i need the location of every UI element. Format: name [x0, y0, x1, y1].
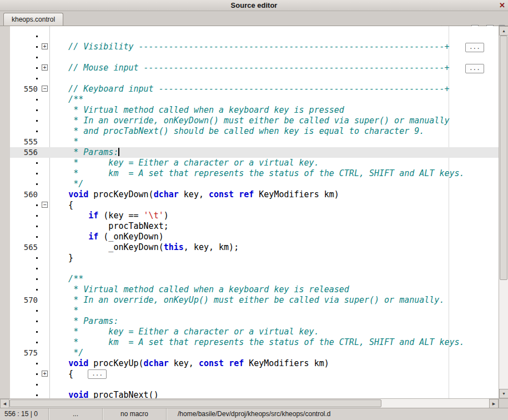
editor-line[interactable]	[10, 52, 499, 63]
line-dot-icon	[36, 57, 38, 58]
line-dot-icon	[36, 67, 38, 69]
fold-ellipsis[interactable]: ...	[465, 43, 484, 52]
gutter-line-dot[interactable]	[10, 63, 40, 73]
gutter-line-number[interactable]: 565	[10, 242, 40, 253]
gutter-line-dot[interactable]	[10, 253, 40, 263]
editor-line[interactable]: *	[10, 306, 499, 316]
editor-line[interactable]: if (key == '\t')	[10, 211, 499, 221]
line-dot-icon	[36, 310, 38, 312]
gutter-line-dot[interactable]	[10, 232, 40, 242]
editor-line[interactable]: * km = A set that represents the status …	[10, 337, 499, 348]
editor-line[interactable]	[10, 263, 499, 274]
editor-line[interactable]: /**	[10, 274, 499, 284]
editor-line[interactable]: procTabNext;	[10, 221, 499, 232]
gutter-line-dot[interactable]	[10, 42, 40, 52]
tab-kheops-control[interactable]: kheops.control	[3, 13, 63, 26]
editor-line[interactable]: 550− // Keyboard input -----------------…	[10, 84, 499, 94]
editor-line-current[interactable]: 556 * Params:	[10, 147, 499, 158]
gutter-line-dot[interactable]	[10, 105, 40, 116]
line-dot-icon	[36, 321, 38, 322]
editor-line[interactable]: }	[10, 253, 499, 263]
window-close-icon[interactable]: ✕	[499, 0, 505, 11]
gutter-line-number[interactable]: 555	[10, 137, 40, 147]
gutter-line-dot[interactable]	[10, 211, 40, 221]
gutter-line-dot[interactable]	[10, 200, 40, 211]
editor-line[interactable]	[10, 73, 499, 84]
editor-line[interactable]: /**	[10, 94, 499, 105]
code-editor[interactable]: + // Visibility ------------------------…	[10, 26, 499, 398]
fold-collapse-icon[interactable]: −	[42, 86, 48, 92]
gutter-line-dot[interactable]	[10, 158, 40, 168]
fold-expand-icon[interactable]: +	[42, 64, 48, 71]
editor-line[interactable]	[10, 31, 499, 42]
editor-line[interactable]: * km = A set that represents the status …	[10, 168, 499, 179]
gutter-line-number[interactable]: 570	[10, 295, 40, 306]
status-bar: 556 : 15 | 0 ... no macro /home/basile/D…	[0, 408, 508, 420]
gutter-line-number[interactable]: 560	[10, 189, 40, 200]
editor-line[interactable]: 565 _onKeyDown(this, key, km);	[10, 242, 499, 253]
gutter-line-dot[interactable]	[10, 31, 40, 42]
editor-line[interactable]: void procTabNext()	[10, 390, 499, 398]
editor-line[interactable]: void procKeyUp(dchar key, const ref KeyM…	[10, 358, 499, 369]
horizontal-scrollbar[interactable]: ◀ ▶	[0, 398, 499, 408]
editor-line[interactable]: 575 */	[10, 348, 499, 358]
vertical-scrollbar[interactable]: ▲ ▼	[499, 26, 508, 398]
gutter-line-dot[interactable]	[10, 274, 40, 284]
gutter-line-dot[interactable]	[10, 116, 40, 126]
gutter-line-dot[interactable]	[10, 263, 40, 274]
gutter-line-dot[interactable]	[10, 327, 40, 337]
editor-line[interactable]: * key = Either a character or a virtual …	[10, 158, 499, 168]
line-dot-icon	[36, 363, 38, 364]
code-text: void procKeyUp(dchar key, const ref KeyM…	[48, 358, 329, 369]
editor-line[interactable]: 560 void procKeyDown(dchar key, const re…	[10, 189, 499, 200]
scroll-down-icon[interactable]: ▼	[499, 389, 508, 398]
editor-line[interactable]: * In an override, onKeyDown() must eithe…	[10, 116, 499, 126]
fold-collapse-icon[interactable]: −	[42, 202, 48, 208]
gutter-line-number[interactable]: 550	[10, 84, 40, 94]
gutter-line-number[interactable]: 575	[10, 348, 40, 358]
gutter-line-dot[interactable]	[10, 221, 40, 232]
editor-line[interactable]: − {	[10, 200, 499, 211]
gutter-line-dot[interactable]	[10, 358, 40, 369]
fold-expand-icon[interactable]: +	[42, 371, 48, 377]
gutter-line-dot[interactable]	[10, 369, 40, 379]
scroll-right-icon[interactable]: ▶	[489, 399, 499, 408]
gutter-line-dot[interactable]	[10, 73, 40, 84]
vertical-scrollbar-thumb[interactable]	[500, 36, 507, 280]
editor-line[interactable]: * key = Either a character or a virtual …	[10, 327, 499, 337]
editor-line[interactable]: + {...	[10, 369, 499, 379]
fold-ellipsis[interactable]: ...	[465, 64, 484, 73]
editor-line[interactable]: * Params:	[10, 316, 499, 327]
editor-line[interactable]: + // Visibility ------------------------…	[10, 42, 499, 52]
line-dot-icon	[36, 131, 38, 132]
editor-line[interactable]: if (_onKeyDown)	[10, 232, 499, 242]
gutter-line-dot[interactable]	[10, 52, 40, 63]
editor-line[interactable]: * Virtual method called when a keyboard …	[10, 284, 499, 295]
gutter-line-dot[interactable]	[10, 337, 40, 348]
editor-line[interactable]: * and procTabNext() should be called whe…	[10, 126, 499, 137]
editor-line[interactable]: */	[10, 179, 499, 189]
code-text: * In an override, onKeyDown() must eithe…	[48, 116, 449, 126]
gutter-line-dot[interactable]	[10, 306, 40, 316]
code-text: void procTabNext()	[48, 390, 159, 398]
gutter-line-dot[interactable]	[10, 284, 40, 295]
scroll-left-icon[interactable]: ◀	[0, 399, 9, 408]
code-text: * key = Either a character or a virtual …	[48, 158, 319, 168]
gutter-line-dot[interactable]	[10, 390, 40, 398]
editor-line[interactable]	[10, 379, 499, 390]
editor-line[interactable]: 555 *	[10, 137, 499, 147]
gutter-line-dot[interactable]	[10, 179, 40, 189]
gutter-line-dot[interactable]	[10, 168, 40, 179]
editor-line[interactable]: + // Mouse input -----------------------…	[10, 63, 499, 73]
gutter-line-dot[interactable]	[10, 379, 40, 390]
gutter-line-dot[interactable]	[10, 94, 40, 105]
gutter-line-dot[interactable]	[10, 126, 40, 137]
fold-ellipsis[interactable]: ...	[88, 369, 107, 379]
editor-line[interactable]: * Virtual method called when a keyboard …	[10, 105, 499, 116]
gutter-line-dot[interactable]	[10, 316, 40, 327]
scroll-up-icon[interactable]: ▲	[499, 26, 508, 36]
fold-expand-icon[interactable]: +	[42, 43, 48, 49]
horizontal-scrollbar-thumb[interactable]	[9, 399, 381, 407]
editor-line[interactable]: 570 * In an override, onKeyUp() must eit…	[10, 295, 499, 306]
gutter-line-number[interactable]: 556	[10, 147, 40, 158]
